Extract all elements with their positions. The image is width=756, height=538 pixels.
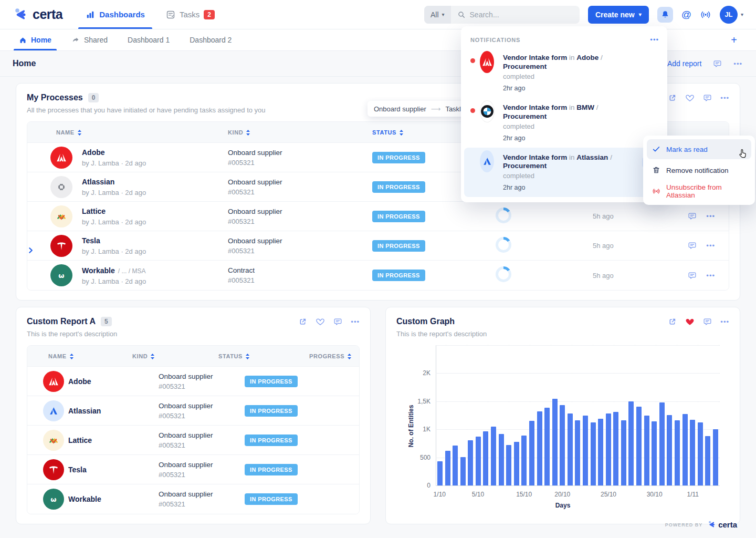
column-header-status[interactable]: STATUS bbox=[372, 122, 404, 143]
open-external-icon[interactable] bbox=[298, 317, 307, 326]
context-menu-label: Unsubscribe from Atlassian bbox=[666, 183, 746, 199]
process-ref: #005321 bbox=[159, 382, 245, 390]
progress-donut bbox=[496, 266, 511, 282]
tasks-icon bbox=[166, 10, 175, 19]
more-options-icon[interactable]: ••• bbox=[733, 60, 742, 68]
context-menu-item[interactable]: Mark as read bbox=[647, 139, 751, 159]
tab-tasks[interactable]: Tasks 2 bbox=[166, 0, 215, 29]
open-external-icon[interactable] bbox=[668, 317, 677, 326]
search-input[interactable] bbox=[470, 11, 573, 19]
notification-item[interactable]: Vendor Intake form in BMW / Procurement … bbox=[464, 98, 664, 148]
brand-logo[interactable]: certa bbox=[13, 7, 62, 23]
bar-chart: No. of Entities 05001K1,5K2K1/105/1015/1… bbox=[396, 345, 729, 509]
tab-label: Tasks bbox=[180, 10, 200, 19]
column-header-kind[interactable]: KIND bbox=[132, 346, 155, 367]
favorite-heart-icon[interactable] bbox=[685, 93, 695, 102]
notification-status: completed bbox=[503, 73, 642, 80]
tab-dashboard-2[interactable]: Dashboard 2 bbox=[190, 29, 232, 50]
chart-bar bbox=[568, 413, 573, 485]
x-tick-label: 20/10 bbox=[554, 491, 570, 498]
notifications-more-icon[interactable]: ••• bbox=[650, 36, 659, 44]
custom-report-card: Custom Report A 5 This is the report's d… bbox=[16, 307, 371, 524]
more-options-icon[interactable]: ••• bbox=[720, 318, 729, 326]
tab-home[interactable]: Home bbox=[19, 29, 51, 50]
notification-logo bbox=[480, 154, 494, 169]
process-ref: #005321 bbox=[159, 441, 245, 449]
favorite-heart-icon[interactable] bbox=[316, 317, 325, 326]
row-more-icon[interactable]: ••• bbox=[706, 242, 715, 250]
mentions-icon[interactable]: @ bbox=[681, 9, 691, 20]
top-navbar: certa Dashboards Tasks 2 All ▾ bbox=[0, 0, 756, 29]
column-header-status[interactable]: STATUS bbox=[218, 346, 250, 367]
expand-chevron-icon[interactable] bbox=[27, 247, 50, 254]
y-tick-label: 2K bbox=[423, 369, 430, 377]
y-tick-label: 500 bbox=[420, 454, 430, 461]
process-name: Atlassian bbox=[82, 178, 114, 186]
create-new-button[interactable]: Create new ▾ bbox=[588, 6, 649, 24]
search-scope-dropdown[interactable]: All ▾ bbox=[424, 6, 451, 24]
favorite-heart-icon-filled[interactable] bbox=[685, 317, 695, 326]
chevron-down-icon: ▾ bbox=[741, 12, 743, 17]
process-kind: Onboard supplier bbox=[159, 490, 245, 498]
chart-bar bbox=[698, 422, 703, 485]
table-row[interactable]: Tesla Onboard supplier #005321 IN PROGRE… bbox=[27, 455, 359, 484]
primary-tabs: Dashboards Tasks 2 bbox=[86, 0, 215, 29]
comment-icon[interactable] bbox=[703, 94, 712, 102]
table-row[interactable]: Lattice by J. Lamba · 2d ago Onboard sup… bbox=[27, 202, 729, 231]
tab-dashboards[interactable]: Dashboards bbox=[86, 0, 145, 29]
notifications-bell-button[interactable] bbox=[657, 7, 673, 23]
y-tick-label: 1,5K bbox=[417, 398, 430, 405]
tab-shared[interactable]: Shared bbox=[71, 29, 108, 50]
status-badge: IN PROGRESS bbox=[372, 211, 425, 222]
plot-area: 05001K1,5K2K1/105/1015/1020/1025/1030/10… bbox=[436, 345, 720, 485]
chart-bar bbox=[583, 416, 588, 486]
table-row[interactable]: Tesla by J. Lamba · 2d ago Onboard suppl… bbox=[27, 231, 729, 261]
add-dashboard-button[interactable]: + bbox=[731, 34, 737, 46]
table-row[interactable]: ω Workable Onboard supplier #005321 IN P… bbox=[27, 484, 359, 514]
open-external-icon[interactable] bbox=[668, 94, 677, 102]
comment-icon[interactable] bbox=[688, 212, 697, 221]
context-menu-label: Mark as read bbox=[666, 146, 708, 153]
table-row[interactable]: ω Workable/ ... / MSA by J. Lamba · 2d a… bbox=[27, 261, 729, 290]
chart-bar bbox=[560, 405, 565, 485]
more-options-icon[interactable]: ••• bbox=[720, 94, 729, 102]
user-menu[interactable]: JL ▾ bbox=[720, 6, 743, 24]
status-badge: IN PROGRESS bbox=[245, 464, 298, 475]
status-badge: IN PROGRESS bbox=[245, 434, 298, 446]
comment-icon[interactable] bbox=[333, 317, 342, 326]
notification-item[interactable]: Vendor Intake form in Atlassian / Procur… bbox=[464, 148, 664, 198]
notification-dept: Procurement bbox=[503, 63, 547, 70]
sort-icon bbox=[150, 353, 155, 360]
arrow-right-icon: ⟶ bbox=[431, 105, 441, 113]
comment-icon[interactable] bbox=[688, 241, 697, 250]
column-header-name[interactable]: NAME bbox=[48, 346, 74, 367]
comment-icon[interactable] bbox=[688, 271, 697, 280]
column-header-name[interactable]: NAME bbox=[56, 122, 82, 143]
notification-time: 2hr ago bbox=[503, 85, 642, 92]
comment-icon[interactable] bbox=[703, 317, 712, 326]
table-row[interactable]: Lattice Onboard supplier #005321 IN PROG… bbox=[27, 426, 359, 455]
tab-dashboard-1[interactable]: Dashboard 1 bbox=[128, 29, 170, 50]
context-menu-item[interactable]: Unsubscribe from Atlassian bbox=[647, 181, 751, 201]
status-badge: IN PROGRESS bbox=[245, 405, 298, 417]
column-header-kind[interactable]: KIND bbox=[228, 122, 250, 143]
table-row[interactable]: Atlassian Onboard supplier #005321 IN PR… bbox=[27, 396, 359, 426]
table-row[interactable]: Adobe Onboard supplier #005321 IN PROGRE… bbox=[27, 367, 359, 396]
custom-report-table: NAME KIND STATUS PROGRESS Adobe Onboard … bbox=[27, 345, 360, 514]
sort-icon bbox=[69, 353, 74, 360]
context-menu-item[interactable]: Remove notification bbox=[647, 160, 751, 180]
company-logo bbox=[50, 205, 72, 227]
row-more-icon[interactable]: ••• bbox=[706, 272, 715, 280]
tooltip-from: Onboard supplier bbox=[374, 105, 426, 113]
more-options-icon[interactable]: ••• bbox=[351, 318, 360, 326]
notification-logo bbox=[480, 55, 494, 69]
x-tick-label: 25/10 bbox=[601, 491, 616, 498]
row-more-icon[interactable]: ••• bbox=[706, 212, 715, 220]
notification-item[interactable]: Vendor Intake form in Adobe / Procuremen… bbox=[464, 48, 664, 98]
comment-icon[interactable] bbox=[713, 59, 722, 68]
column-header-progress[interactable]: PROGRESS bbox=[309, 346, 352, 367]
chart-bar bbox=[460, 457, 466, 485]
broadcast-icon[interactable] bbox=[700, 9, 711, 20]
chart-bar bbox=[544, 408, 550, 485]
count-badge: 0 bbox=[88, 93, 99, 102]
